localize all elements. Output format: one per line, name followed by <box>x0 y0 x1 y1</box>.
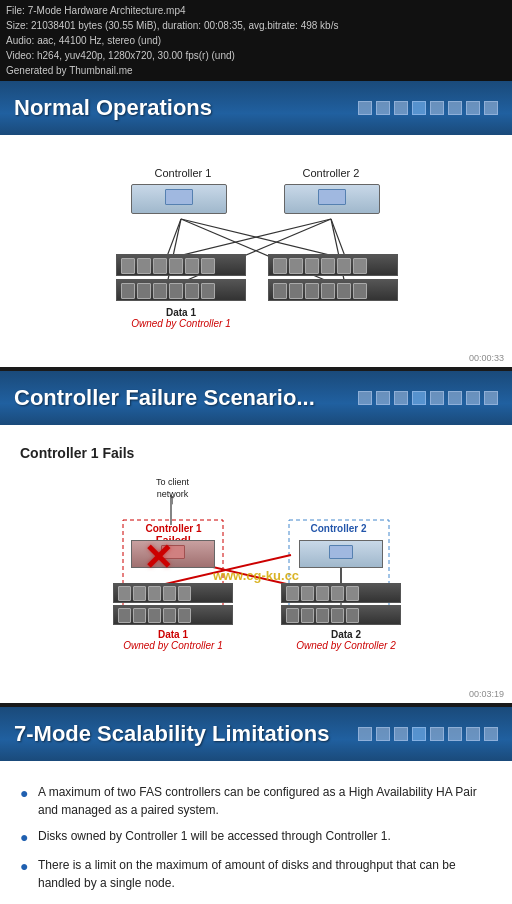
slide1-title: Normal Operations <box>14 95 212 121</box>
meta-line5: Generated by Thumbnail.me <box>6 63 506 78</box>
sq1 <box>358 101 372 115</box>
slide3-title: 7-Mode Scalability Limitations <box>14 721 329 747</box>
bullet-text-3: You could purchase additional HA Pairs, … <box>38 900 492 904</box>
slide1-header: Normal Operations <box>0 81 512 135</box>
bullet-icon-2: ● <box>20 856 38 877</box>
sq8 <box>484 101 498 115</box>
sq3 <box>394 727 408 741</box>
ctrl-diagram: Controller 1 Controller 2 <box>86 159 426 339</box>
sq5 <box>430 101 444 115</box>
svg-line-1 <box>181 219 346 259</box>
bullet-text-1: Disks owned by Controller 1 will be acce… <box>38 827 391 845</box>
svg-line-3 <box>331 219 346 259</box>
bullet-icon-1: ● <box>20 827 38 848</box>
bullet-icon-3: ● <box>20 900 38 904</box>
meta-line3: Audio: aac, 44100 Hz, stereo (und) <box>6 33 506 48</box>
meta-line2: Size: 21038401 bytes (30.55 MiB), durati… <box>6 18 506 33</box>
sq6 <box>448 391 462 405</box>
meta-line1: File: 7-Mode Hardware Architecture.mp4 <box>6 3 506 18</box>
slide-normal-operations: Normal Operations <box>0 81 512 367</box>
slide2-content: Controller 1 Fails <box>0 425 512 703</box>
bullet-item-3: ●You could purchase additional HA Pairs,… <box>20 900 492 904</box>
bullet-item-1: ●Disks owned by Controller 1 will be acc… <box>20 827 492 848</box>
meta-bar: File: 7-Mode Hardware Architecture.mp4 S… <box>0 0 512 81</box>
client-arrow: ↑ <box>169 491 176 507</box>
sq5 <box>430 727 444 741</box>
slide3-content: ●A maximum of two FAS controllers can be… <box>0 761 512 904</box>
sq7 <box>466 727 480 741</box>
slide3-squares <box>358 727 498 741</box>
slide-controller-failure: Controller Failure Scenario... Controlle… <box>0 371 512 703</box>
fail-data2-label: Data 2 Owned by Controller 2 <box>281 629 411 651</box>
controller2-box <box>284 184 380 214</box>
sq2 <box>376 727 390 741</box>
sq1 <box>358 391 372 405</box>
data1-label: Data 1 Owned by Controller 1 <box>116 307 246 329</box>
disk-left-top <box>113 583 233 603</box>
ctrl2-fail-label: Controller 2 <box>291 523 386 534</box>
disk-shelf1-top <box>116 254 246 276</box>
failure-diagram-container: www.cg-ku.cc To clientnetwork ↑ Controll… <box>20 475 492 675</box>
fail-x-icon: ✕ <box>143 537 173 579</box>
sq4 <box>412 727 426 741</box>
sq5 <box>430 391 444 405</box>
slide1-squares <box>358 101 498 115</box>
disk-right-bottom <box>281 605 401 625</box>
disk-shelf2-top <box>268 254 398 276</box>
controller1-box <box>131 184 227 214</box>
disk-left-bottom <box>113 605 233 625</box>
sq3 <box>394 101 408 115</box>
sq8 <box>484 391 498 405</box>
fail-diagram: www.cg-ku.cc To clientnetwork ↑ Controll… <box>71 475 441 675</box>
sq7 <box>466 101 480 115</box>
sq4 <box>412 101 426 115</box>
failure-subtitle: Controller 1 Fails <box>20 439 492 465</box>
slide1-timestamp: 00:00:33 <box>469 353 504 363</box>
ctrl2-ok-box <box>299 540 383 568</box>
sq2 <box>376 101 390 115</box>
ctrl2-label: Controller 2 <box>286 167 376 179</box>
normal-ops-diagram: Controller 1 Controller 2 <box>20 159 492 339</box>
disk-right-top <box>281 583 401 603</box>
fail-data1-label: Data 1 Owned by Controller 1 <box>113 629 233 651</box>
slide2-timestamp: 00:03:19 <box>469 689 504 699</box>
bullet-icon-0: ● <box>20 783 38 804</box>
sq6 <box>448 101 462 115</box>
slide-scalability: 7-Mode Scalability Limitations ●A maximu… <box>0 707 512 904</box>
sq3 <box>394 391 408 405</box>
sq1 <box>358 727 372 741</box>
disk-shelf2-bottom <box>268 279 398 301</box>
svg-line-0 <box>166 219 181 259</box>
ctrl1-label: Controller 1 <box>138 167 228 179</box>
slide2-header: Controller Failure Scenario... <box>0 371 512 425</box>
svg-line-2 <box>166 219 331 259</box>
disk-shelf1-bottom <box>116 279 246 301</box>
bullet-item-2: ●There is a limit on the maximum of amou… <box>20 856 492 892</box>
sq8 <box>484 727 498 741</box>
slide3-header: 7-Mode Scalability Limitations <box>0 707 512 761</box>
bullet-item-0: ●A maximum of two FAS controllers can be… <box>20 783 492 819</box>
scalability-bullets: ●A maximum of two FAS controllers can be… <box>20 775 492 904</box>
sq6 <box>448 727 462 741</box>
slide2-squares <box>358 391 498 405</box>
sq2 <box>376 391 390 405</box>
bullet-text-2: There is a limit on the maximum of amoun… <box>38 856 492 892</box>
sq7 <box>466 391 480 405</box>
bullet-text-0: A maximum of two FAS controllers can be … <box>38 783 492 819</box>
slide1-content: Controller 1 Controller 2 <box>0 135 512 367</box>
meta-line4: Video: h264, yuv420p, 1280x720, 30.00 fp… <box>6 48 506 63</box>
sq4 <box>412 391 426 405</box>
slide2-title: Controller Failure Scenario... <box>14 385 315 411</box>
